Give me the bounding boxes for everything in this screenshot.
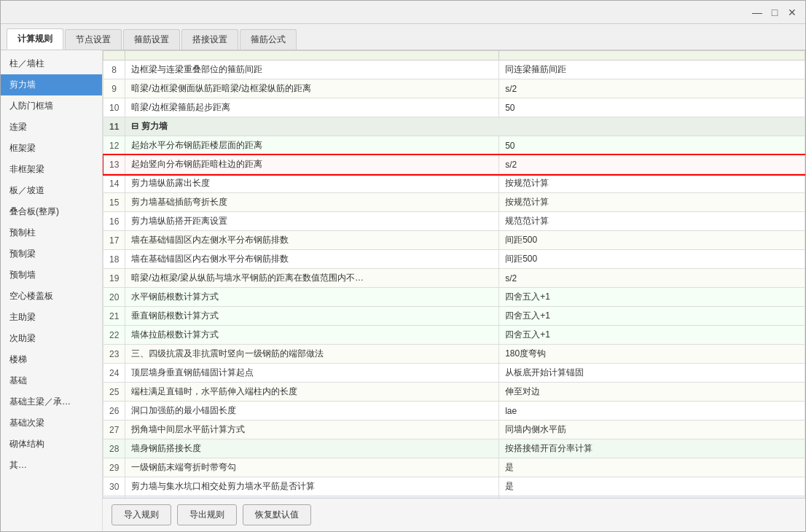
row-value: 同墙内侧水平筋 [499,420,805,439]
table-row[interactable]: 10暗梁/边框梁箍筋起步距离50 [103,98,805,117]
main-content: 8边框梁与连梁重叠部位的箍筋间距同连梁箍筋间距9暗梁/边框梁侧面纵筋距暗梁/边框… [103,50,805,531]
table-container[interactable]: 8边框梁与连梁重叠部位的箍筋间距同连梁箍筋间距9暗梁/边框梁侧面纵筋距暗梁/边框… [103,50,805,498]
row-value: 四舍五入+1 [499,326,805,345]
table-row[interactable]: 15剪力墙基础插筋弯折长度按规范计算 [103,193,805,212]
minimize-button[interactable]: — [750,5,764,20]
row-num: 24 [103,364,125,383]
row-num: 17 [103,231,125,250]
row-name: 一级钢筋末端弯折时带弯勾 [125,458,499,477]
row-name: 剪力墙基础插筋弯折长度 [125,193,499,212]
sidebar-item-shear-wall[interactable]: 剪力墙 [1,74,102,95]
row-name: 剪力墙与集水坑口相交处剪力墙水平筋是否计算 [125,477,499,496]
row-name: 顶层墙身垂直钢筋锚固计算起点 [125,364,499,383]
sidebar-item-non-frame-beam[interactable]: 非框架梁 [1,159,102,180]
sidebar-item-frame-beam[interactable]: 框架梁 [1,138,102,159]
table-row[interactable]: 18墙在基础锚固区内右侧水平分布钢筋排数间距500 [103,250,805,269]
sidebar-item-foundation-secondary[interactable]: 基础次梁 [1,412,102,434]
sidebar-item-hollow-floor[interactable]: 空心楼盖板 [1,286,102,307]
row-value: 按规范计算 [499,174,805,193]
row-num: 19 [103,269,125,288]
row-num: 20 [103,288,125,307]
title-bar: — □ ✕ [1,1,805,24]
row-name: 垂直钢筋根数计算方式 [125,307,499,326]
sidebar-item-foundation-primary[interactable]: 基础主梁／承… [1,391,102,412]
row-name: 水平钢筋根数计算方式 [125,288,499,307]
table-row[interactable]: 17墙在基础锚固区内左侧水平分布钢筋排数间距500 [103,231,805,250]
row-value: s/2 [499,269,805,288]
sidebar-item-composite-slab[interactable]: 叠合板(整厚) [1,201,102,222]
tab-lap-settings[interactable]: 搭接设置 [181,29,238,50]
table-row[interactable]: 19暗梁/边框梁/梁从纵筋与墙水平钢筋的距离在数值范围内不…s/2 [103,269,805,288]
sidebar-item-precast-wall[interactable]: 预制墙 [1,265,102,286]
row-name: 起始水平分布钢筋距楼层面的距离 [125,136,499,155]
table-row[interactable]: 9暗梁/边框梁侧面纵筋距暗梁/边框梁纵筋的距离s/2 [103,79,805,98]
row-value: 180度弯钩 [499,345,805,364]
table-row[interactable]: 13起始竖向分布钢筋距暗柱边的距离s/2 [103,155,805,174]
row-num: 9 [103,79,125,98]
sidebar-item-more[interactable]: 其… [1,455,102,476]
sidebar-item-primary-beam[interactable]: 主助梁 [1,307,102,328]
row-value: 50 [499,98,805,117]
row-name: 墙在基础锚固区内右侧水平分布钢筋排数 [125,250,499,269]
table-row[interactable]: 29一级钢筋末端弯折时带弯勾是 [103,458,805,477]
table-row[interactable]: 12起始水平分布钢筋距楼层面的距离50 [103,136,805,155]
row-num: 18 [103,250,125,269]
maximize-button[interactable]: □ [767,5,782,20]
row-name: 暗梁/边框梁侧面纵筋距暗梁/边框梁纵筋的距离 [125,79,499,98]
sidebar-item-secondary-beam[interactable]: 次助梁 [1,328,102,349]
row-name: 端柱满足直锚时，水平筋伸入端柱内的长度 [125,383,499,402]
table-row[interactable]: 23三、四级抗震及非抗震时竖向一级钢筋的端部做法180度弯钩 [103,345,805,364]
sidebar-item-masonry[interactable]: 砌体结构 [1,434,102,455]
table-row[interactable]: 8边框梁与连梁重叠部位的箍筋间距同连梁箍筋间距 [103,60,805,79]
row-num: 26 [103,402,125,420]
table-row[interactable]: 24顶层墙身垂直钢筋锚固计算起点从板底开始计算锚固 [103,364,805,383]
tab-stirrup-settings[interactable]: 箍筋设置 [123,29,180,50]
table-row[interactable]: 16剪力墙纵筋搭开距离设置规范范计算 [103,212,805,231]
close-button[interactable]: ✕ [785,5,799,20]
sidebar-item-civil-defense[interactable]: 人防门框墙 [1,95,102,117]
table-row[interactable]: 11⊟ 剪力墙 [103,117,805,136]
import-button[interactable]: 导入规则 [111,504,171,525]
row-value: 是 [499,458,805,477]
sidebar-item-link-beam[interactable]: 连梁 [1,117,102,138]
restore-button[interactable]: 恢复默认值 [243,504,311,525]
table-row[interactable]: 22墙体拉筋根数计算方式四舍五入+1 [103,326,805,345]
sidebar-item-stair[interactable]: 楼梯 [1,349,102,370]
table-row[interactable]: 30剪力墙与集水坑口相交处剪力墙水平筋是否计算是 [103,477,805,496]
table-row[interactable]: 26洞口加强筋的最小锚固长度lae [103,402,805,420]
row-value: 规范范计算 [499,212,805,231]
row-num: 16 [103,212,125,231]
settings-table: 8边框梁与连梁重叠部位的箍筋间距同连梁箍筋间距9暗梁/边框梁侧面纵筋距暗梁/边框… [103,50,805,498]
col-name-header [125,51,499,60]
table-row[interactable]: 28墙身钢筋搭接长度按搭接错开百分率计算 [103,439,805,458]
row-value: 按搭接错开百分率计算 [499,439,805,458]
table-row[interactable]: 25端柱满足直锚时，水平筋伸入端柱内的长度伸至对边 [103,383,805,402]
row-num: 22 [103,326,125,345]
row-value: 四舍五入+1 [499,288,805,307]
row-value: lae [499,402,805,420]
row-name: 洞口加强筋的最小锚固长度 [125,402,499,420]
export-button[interactable]: 导出规则 [177,504,237,525]
row-num: 15 [103,193,125,212]
row-num: 25 [103,383,125,402]
content-area: 柱／墙柱剪力墙人防门框墙连梁框架梁非框架梁板／坡道叠合板(整厚)预制柱预制梁预制… [1,50,805,531]
sidebar-item-slab[interactable]: 板／坡道 [1,180,102,201]
sidebar-item-foundation[interactable]: 基础 [1,370,102,391]
tab-stirrup-formula[interactable]: 箍筋公式 [240,29,297,50]
tab-calc-rules[interactable]: 计算规则 [7,28,63,50]
row-num: 21 [103,307,125,326]
table-row[interactable]: 14剪力墙纵筋露出长度按规范计算 [103,174,805,193]
tab-node-settings[interactable]: 节点设置 [65,29,122,50]
row-name: 剪力墙纵筋搭开距离设置 [125,212,499,231]
sidebar-item-col-wall[interactable]: 柱／墙柱 [1,53,102,74]
table-row[interactable]: 27拐角墙中间层水平筋计算方式同墙内侧水平筋 [103,420,805,439]
table-row[interactable]: 21垂直钢筋根数计算方式四舍五入+1 [103,307,805,326]
sidebar-item-precast-beam[interactable]: 预制梁 [1,243,102,265]
sidebar-item-precast-col[interactable]: 预制柱 [1,222,102,243]
table-row[interactable]: 20水平钢筋根数计算方式四舍五入+1 [103,288,805,307]
row-value: 从板底开始计算锚固 [499,364,805,383]
row-name: 边框梁与连梁重叠部位的箍筋间距 [125,60,499,79]
row-num: 8 [103,60,125,79]
row-num: 23 [103,345,125,364]
section-label: ⊟ 剪力墙 [125,117,805,136]
